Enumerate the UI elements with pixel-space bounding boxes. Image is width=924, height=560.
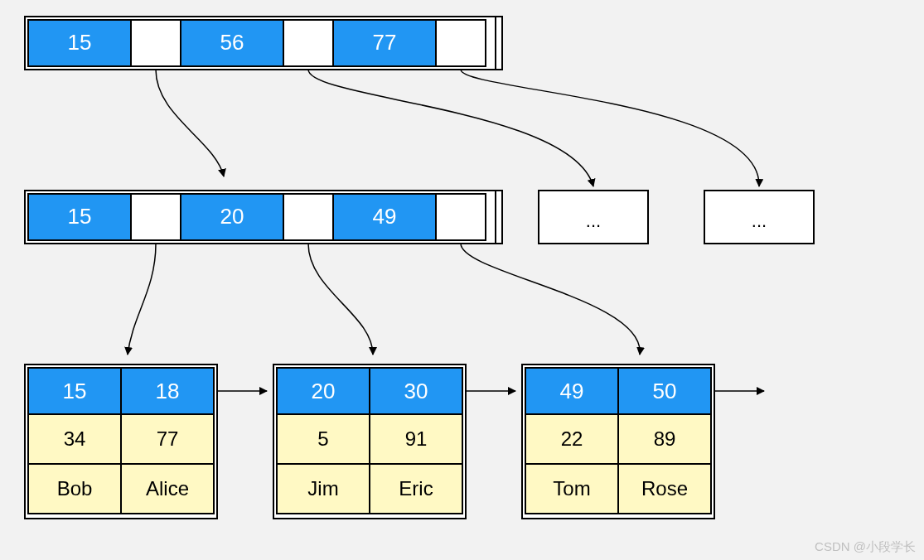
svg-rect-4 [283, 20, 333, 66]
svg-rect-10 [131, 194, 181, 240]
svg-text:Alice: Alice [146, 477, 189, 500]
svg-text:5: 5 [317, 427, 328, 450]
svg-text:Rose: Rose [641, 477, 688, 500]
root-arrow-2 [461, 70, 759, 186]
svg-text:89: 89 [654, 427, 676, 450]
svg-text:Bob: Bob [57, 477, 93, 500]
svg-text:Eric: Eric [399, 477, 433, 500]
watermark: CSDN @小段学长 [815, 539, 916, 555]
root-arrow-0 [156, 70, 224, 176]
svg-rect-2 [131, 20, 181, 66]
svg-text:...: ... [586, 210, 601, 231]
root-arrow-1 [308, 70, 593, 186]
btree-diagram: 15 56 77 15 20 49 ... ... [0, 0, 924, 560]
svg-text:77: 77 [157, 427, 179, 450]
svg-text:30: 30 [404, 379, 428, 403]
svg-text:49: 49 [560, 379, 584, 403]
svg-rect-6 [436, 20, 486, 66]
internal-arrow-1 [308, 244, 373, 355]
leaf-node-0: 15 18 34 77 Bob Alice [25, 364, 217, 519]
internal-node: 15 20 49 [25, 191, 502, 244]
internal-arrow-2 [461, 244, 640, 355]
internal-key-2: 49 [373, 204, 397, 229]
placeholder-node-1: ... [704, 191, 814, 244]
svg-text:18: 18 [156, 379, 180, 403]
svg-rect-14 [436, 194, 486, 240]
internal-key-0: 15 [68, 204, 92, 229]
svg-text:22: 22 [561, 427, 583, 450]
placeholder-node-0: ... [539, 191, 648, 244]
svg-text:...: ... [752, 210, 767, 231]
internal-key-1: 20 [220, 204, 244, 229]
svg-text:34: 34 [64, 427, 86, 450]
root-key-1: 56 [220, 30, 244, 55]
root-node: 15 56 77 [25, 17, 502, 70]
svg-text:Jim: Jim [307, 477, 338, 500]
root-key-2: 77 [373, 30, 397, 55]
svg-text:Tom: Tom [553, 477, 590, 500]
svg-text:15: 15 [63, 379, 87, 403]
svg-text:50: 50 [653, 379, 677, 403]
svg-rect-12 [283, 194, 333, 240]
leaf-node-2: 49 50 22 89 Tom Rose [522, 364, 714, 519]
root-key-0: 15 [68, 30, 92, 55]
leaf-node-1: 20 30 5 91 Jim Eric [273, 364, 466, 519]
svg-text:91: 91 [405, 427, 428, 450]
internal-arrow-0 [128, 244, 156, 355]
svg-text:20: 20 [312, 379, 336, 403]
